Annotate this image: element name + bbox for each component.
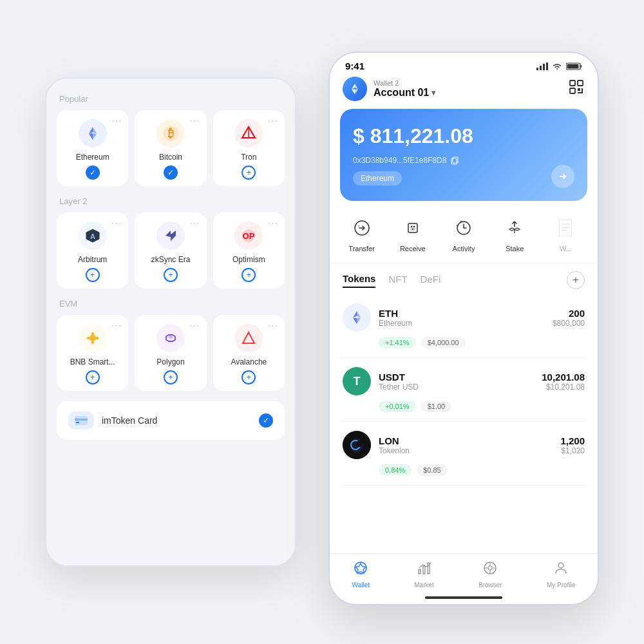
- action-transfer[interactable]: Transfer: [336, 214, 387, 252]
- more-dots-arb[interactable]: ···: [111, 218, 122, 229]
- nav-wallet[interactable]: Wallet: [352, 560, 370, 589]
- token-list: ETH Ethereum 200 $800,000 +1.41% $4,000.…: [330, 294, 598, 486]
- network-card-bnb[interactable]: ··· BNB Smart... +: [57, 315, 128, 391]
- copy-icon[interactable]: [450, 156, 459, 165]
- more-icon: [551, 214, 580, 242]
- battery-icon: [566, 62, 582, 70]
- eth-info: ETH Ethereum: [379, 308, 545, 328]
- action-receive[interactable]: Receive: [387, 214, 438, 252]
- usdt-badges: +0.01% $1.00: [379, 401, 585, 412]
- tab-defi[interactable]: DeFi: [421, 274, 441, 287]
- more-dots-bnb[interactable]: ···: [111, 320, 122, 332]
- usdt-symbol: USDT: [379, 372, 534, 383]
- lon-badges: 0.84% $0.85: [379, 464, 585, 476]
- lon-symbol: LON: [379, 435, 553, 446]
- action-more[interactable]: W...: [540, 214, 591, 252]
- scan-button[interactable]: [568, 79, 585, 99]
- balance-arrow[interactable]: [551, 165, 574, 188]
- more-dots-eth[interactable]: ···: [111, 115, 122, 127]
- avax-add[interactable]: +: [242, 370, 256, 384]
- lon-price-badge: $0.85: [417, 464, 448, 476]
- activity-icon: [450, 214, 478, 242]
- action-activity[interactable]: Activity: [438, 214, 489, 252]
- token-item-eth[interactable]: ETH Ethereum 200 $800,000 +1.41% $4,000.…: [340, 294, 587, 358]
- svg-rect-63: [419, 569, 421, 574]
- eth-symbol: ETH: [379, 308, 545, 319]
- svg-rect-37: [570, 88, 575, 93]
- token-item-lon[interactable]: LON Tokenlon 1,200 $1,020 0.84% $0.85: [340, 422, 587, 486]
- network-card-ethereum[interactable]: ··· Ethereum ✓: [57, 110, 128, 186]
- bnb-add[interactable]: +: [86, 370, 100, 384]
- arb-add[interactable]: +: [86, 268, 100, 282]
- svg-rect-36: [578, 80, 583, 86]
- evm-grid: ··· BNB Smart... + ··· Polygon +: [57, 315, 285, 391]
- svg-rect-41: [451, 158, 457, 164]
- more-dots-poly[interactable]: ···: [189, 320, 200, 332]
- stake-icon: [500, 214, 529, 242]
- more-dots-tron[interactable]: ···: [268, 115, 278, 127]
- btc-check[interactable]: ✓: [164, 166, 178, 180]
- lon-amount: 1,200: [560, 435, 585, 446]
- eth-check[interactable]: ✓: [86, 166, 100, 180]
- svg-point-72: [558, 563, 564, 568]
- arb-name: Arbitrum: [78, 255, 107, 264]
- network-card-bitcoin[interactable]: ··· ₿ Bitcoin ✓: [135, 110, 206, 186]
- wallet-avatar: [343, 77, 367, 101]
- lon-token-icon: [343, 431, 371, 459]
- imtoken-card-label: imToken Card: [102, 415, 157, 426]
- more-dots-avax[interactable]: ···: [268, 320, 278, 332]
- imtoken-card-check[interactable]: ✓: [259, 413, 273, 428]
- arb-icon: A: [79, 222, 107, 250]
- bnb-icon: [79, 324, 107, 352]
- more-dots-btc[interactable]: ···: [189, 115, 200, 127]
- usdt-values: 10,201.08 $10,201.08: [542, 372, 585, 392]
- svg-rect-48: [412, 229, 413, 230]
- nav-browser[interactable]: Browser: [478, 560, 502, 589]
- nav-profile[interactable]: My Profile: [547, 560, 575, 589]
- zk-add[interactable]: +: [164, 268, 178, 282]
- network-card-tron[interactable]: ··· Tron +: [213, 110, 285, 186]
- tab-nft[interactable]: NFT: [388, 274, 407, 287]
- tab-add-button[interactable]: +: [567, 271, 585, 289]
- usdt-usd: $10,201.08: [542, 383, 585, 392]
- lon-usd: $1,020: [560, 446, 585, 455]
- account-name[interactable]: Account 01 ▾: [374, 87, 435, 99]
- svg-rect-29: [580, 65, 582, 68]
- opt-icon: OP: [234, 222, 263, 250]
- imtoken-card-row[interactable]: imToken Card ✓: [57, 401, 285, 440]
- action-stake[interactable]: Stake: [489, 214, 540, 252]
- network-card-zksync[interactable]: ··· zkSync Era +: [135, 213, 206, 289]
- svg-rect-64: [423, 566, 425, 574]
- tab-tokens[interactable]: Tokens: [343, 273, 375, 288]
- svg-marker-19: [243, 332, 254, 343]
- nav-market[interactable]: Market: [414, 560, 434, 589]
- poly-icon: [156, 324, 185, 352]
- lon-values: 1,200 $1,020: [560, 435, 585, 455]
- status-icons: [536, 62, 582, 70]
- popular-grid: ··· Ethereum ✓ ··· ₿ Bitcoin ✓ ··: [57, 110, 285, 186]
- imtoken-card-icon: [68, 412, 94, 430]
- more-dots-zk[interactable]: ···: [189, 218, 200, 229]
- network-card-arbitrum[interactable]: ··· A Arbitrum +: [57, 213, 128, 289]
- eth-name: Ethereum: [379, 319, 545, 328]
- poly-name: Polygon: [156, 357, 184, 366]
- account-info[interactable]: Wallet 2 Account 01 ▾: [343, 77, 435, 101]
- lon-info: LON Tokenlon: [379, 435, 553, 455]
- svg-rect-50: [559, 220, 572, 236]
- eth-badges: +1.41% $4,000.00: [379, 337, 585, 348]
- eth-name: Ethereum: [76, 153, 109, 162]
- opt-add[interactable]: +: [242, 268, 256, 282]
- network-card-polygon[interactable]: ··· Polygon +: [135, 315, 206, 391]
- network-card-avalanche[interactable]: ··· Avalanche +: [213, 315, 285, 391]
- opt-name: Optimism: [232, 255, 265, 264]
- svg-rect-26: [543, 64, 545, 70]
- tron-add[interactable]: +: [242, 166, 256, 180]
- chain-badge[interactable]: Ethereum: [353, 171, 402, 185]
- network-card-optimism[interactable]: ··· OP Optimism +: [213, 213, 285, 289]
- more-dots-opt[interactable]: ···: [268, 218, 278, 229]
- svg-marker-3: [89, 134, 93, 140]
- poly-add[interactable]: +: [164, 370, 178, 384]
- token-item-usdt[interactable]: T USDT Tether USD 10,201.08 $10,201.08 +…: [340, 358, 587, 422]
- eth-values: 200 $800,000: [553, 308, 585, 328]
- svg-rect-39: [582, 88, 583, 93]
